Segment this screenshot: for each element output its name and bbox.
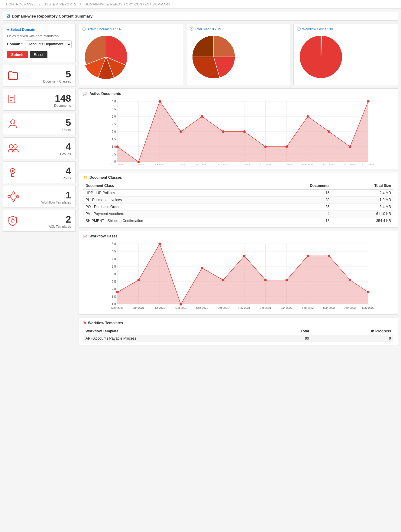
active-docs-chart-title: 📈 Active Documents bbox=[83, 92, 393, 96]
svg-text:1.5: 1.5 bbox=[112, 138, 116, 141]
stat-number-groups: 4 bbox=[60, 142, 71, 152]
select-domain-card: ● Select Domain Fields marked with * are… bbox=[3, 24, 76, 62]
svg-text:3.5: 3.5 bbox=[112, 107, 116, 111]
shield-icon bbox=[8, 215, 18, 228]
svg-text:Feb-2022: Feb-2022 bbox=[302, 164, 314, 165]
reset-button[interactable]: Reset bbox=[30, 51, 47, 58]
svg-point-71 bbox=[222, 130, 225, 133]
page-title-bar: ☑ Domain-wise Repository Content Summary bbox=[3, 12, 398, 21]
svg-text:0: 0 bbox=[114, 160, 116, 163]
stat-label-roles: Roles bbox=[63, 176, 71, 180]
doc-class-table-row: SHIPMENT - Shipping Confirmation13354.4 … bbox=[83, 217, 393, 224]
total-size-pie-chart bbox=[189, 33, 238, 81]
svg-point-127 bbox=[180, 303, 182, 305]
stat-number-users: 5 bbox=[62, 118, 71, 127]
active-docs-chart-card: 📈 Active Documents 4.0 3.5 bbox=[79, 88, 398, 169]
svg-point-68 bbox=[159, 100, 161, 103]
svg-point-135 bbox=[349, 279, 351, 281]
svg-point-129 bbox=[222, 279, 225, 281]
breadcrumb-item-1[interactable]: CONTROL PANEL bbox=[6, 2, 36, 6]
total-size-col-header: Total Size bbox=[332, 182, 393, 190]
svg-text:Dec-2021: Dec-2021 bbox=[260, 306, 271, 309]
svg-text:3.0: 3.0 bbox=[112, 115, 116, 118]
active-docs-pie-chart bbox=[82, 33, 130, 81]
svg-point-5 bbox=[9, 145, 13, 148]
svg-text:Nov-2021: Nov-2021 bbox=[238, 164, 250, 165]
svg-text:Mar-2022: Mar-2022 bbox=[323, 164, 335, 165]
workflow-template-table-row: AP - Accounts Payable Process909 bbox=[83, 335, 393, 342]
total-size-pie-card: 🕐 Total Size : 8.7 MB bbox=[186, 24, 291, 85]
stat-number-doc-classes: 5 bbox=[43, 69, 71, 79]
svg-text:2.5: 2.5 bbox=[112, 280, 116, 283]
svg-text:3.5: 3.5 bbox=[112, 265, 116, 268]
folder-icon-2: 📁 bbox=[83, 175, 88, 180]
domain-label: Domain * bbox=[7, 42, 23, 46]
stat-right-documents: 148 Documents bbox=[54, 93, 71, 107]
breadcrumb-sep-1: / bbox=[39, 2, 40, 6]
clock-icon-2: 🕐 bbox=[189, 27, 194, 31]
workflow-cases-chart-title: 📈 Workflow Cases bbox=[83, 234, 393, 238]
svg-point-131 bbox=[264, 279, 267, 281]
line-chart-icon-2: 📈 bbox=[83, 234, 88, 238]
svg-text:May-2022: May-2022 bbox=[362, 306, 374, 309]
svg-marker-123 bbox=[118, 244, 368, 304]
stat-label-groups: Groups bbox=[60, 152, 71, 156]
domain-select[interactable]: Accounts Department bbox=[25, 40, 72, 48]
svg-text:Jan-2022: Jan-2022 bbox=[281, 306, 293, 309]
select-domain-title: ● Select Domain bbox=[7, 28, 72, 32]
clock-icon-1: 🕐 bbox=[82, 27, 86, 31]
workflow-templates-table-card: ↻ Workflow Templates Workflow Template T… bbox=[79, 318, 398, 345]
doc-classes-table: Document Class Documents Total Size HRP … bbox=[83, 182, 393, 224]
svg-point-77 bbox=[349, 145, 351, 148]
stat-number-acl-templates: 2 bbox=[49, 214, 71, 224]
breadcrumb-item-2[interactable]: SYSTEM REPORTS bbox=[44, 2, 76, 6]
stat-right-roles: 4 Roles bbox=[63, 166, 71, 180]
workflow-cases-chart-card: 📈 Workflow Cases 5.0 4.5 bbox=[79, 231, 398, 315]
svg-point-72 bbox=[243, 130, 246, 133]
workflow-cases-pie-chart bbox=[297, 33, 345, 81]
submit-button[interactable]: Submit bbox=[7, 51, 28, 58]
document-icon bbox=[8, 94, 17, 107]
svg-text:Dec-2021: Dec-2021 bbox=[260, 164, 271, 165]
svg-point-125 bbox=[137, 279, 140, 281]
svg-line-16 bbox=[15, 197, 16, 199]
svg-text:Apr-2022: Apr-2022 bbox=[344, 306, 356, 309]
stat-card-users: 5 Users bbox=[3, 113, 76, 135]
svg-point-136 bbox=[367, 291, 370, 293]
svg-rect-9 bbox=[11, 174, 14, 177]
stat-card-acl-templates: 2 ACL Templates bbox=[3, 210, 76, 232]
documents-col-header: Documents bbox=[262, 182, 332, 190]
svg-text:1.5: 1.5 bbox=[112, 295, 116, 299]
total-size-pie-title: 🕐 Total Size : 8.7 MB bbox=[189, 27, 287, 31]
doc-classes-table-card: 📁 Document Classes Document Class Docume… bbox=[79, 172, 398, 228]
workflow-cases-line-chart: 5.0 4.5 4.0 3.5 3.0 2.5 2.0 1.5 1.0 bbox=[83, 241, 393, 310]
breadcrumb-sep-2: / bbox=[80, 2, 81, 6]
active-docs-pie-card: 🕐 Active Documents : 148 bbox=[79, 24, 183, 85]
svg-line-15 bbox=[15, 194, 16, 196]
svg-text:4.0: 4.0 bbox=[112, 257, 116, 261]
svg-text:0.5: 0.5 bbox=[112, 153, 116, 156]
stat-right-acl-templates: 2 ACL Templates bbox=[49, 214, 71, 228]
svg-point-134 bbox=[328, 255, 330, 257]
svg-text:May-2021: May-2021 bbox=[111, 306, 123, 309]
stat-right-groups: 4 Groups bbox=[60, 142, 71, 156]
circle-icon: ● bbox=[7, 28, 9, 32]
folder-icon bbox=[8, 70, 18, 83]
stat-card-workflow-templates: 1 Workflow Templates bbox=[3, 186, 76, 207]
svg-point-126 bbox=[159, 243, 161, 245]
workflow-templates-table-title: ↻ Workflow Templates bbox=[83, 321, 393, 325]
stat-label-workflow-templates: Workflow Templates bbox=[41, 201, 71, 204]
svg-text:May-2021: May-2021 bbox=[111, 164, 123, 165]
svg-point-73 bbox=[264, 145, 267, 148]
svg-point-128 bbox=[201, 267, 203, 269]
svg-point-10 bbox=[8, 195, 10, 198]
svg-point-76 bbox=[328, 130, 330, 133]
svg-point-11 bbox=[12, 192, 15, 194]
svg-text:Nov-2021: Nov-2021 bbox=[238, 306, 250, 309]
form-note: Fields marked with * are mandatory bbox=[7, 34, 72, 38]
svg-point-130 bbox=[243, 255, 246, 257]
group-icon bbox=[8, 143, 19, 155]
svg-text:Jun-2021: Jun-2021 bbox=[133, 306, 144, 309]
svg-text:2.0: 2.0 bbox=[112, 288, 116, 291]
domain-form-row: Domain * Accounts Department bbox=[7, 40, 72, 48]
